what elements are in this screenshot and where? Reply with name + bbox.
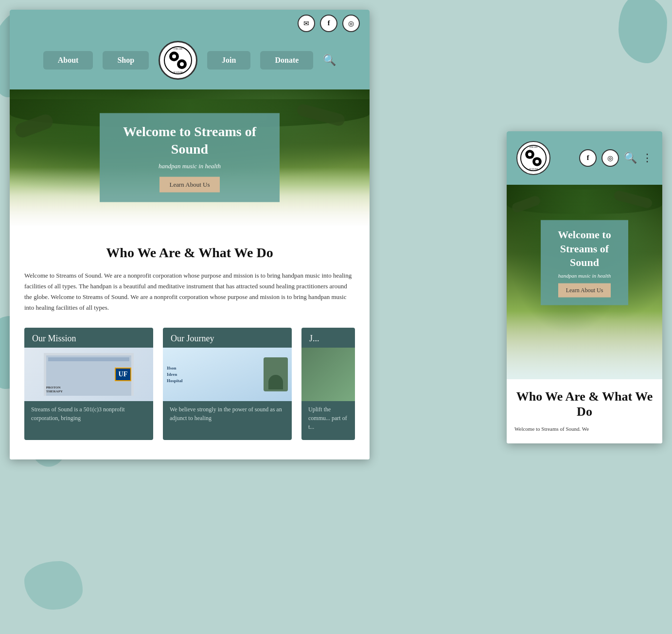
facebook-icon[interactable]: f <box>320 15 337 32</box>
hero-subtitle: handpan music in health <box>114 162 265 170</box>
svg-point-10 <box>528 153 531 156</box>
learn-about-us-button[interactable]: Learn About Us <box>159 176 219 192</box>
shop-button[interactable]: Shop <box>103 51 149 70</box>
svg-text:STREAMS: STREAMS <box>174 48 182 50</box>
desktop-hero: Welcome to Streams of Sound handpan musi… <box>10 89 370 226</box>
mobile-nav-icons: f ◎ 🔍 ⋮ <box>579 149 653 167</box>
third-card: J... Uplift the commu... part of t... <box>301 328 355 440</box>
mobile-who-we-are-body: Welcome to Streams of Sound. We <box>514 425 654 434</box>
journey-card-image: IfsonIdrenHospital <box>163 348 292 401</box>
join-button[interactable]: Join <box>207 51 250 70</box>
logo-svg: STREAMS OF SOUND <box>163 46 193 75</box>
journey-card-text: We believe strongly in the power of soun… <box>163 401 292 426</box>
mobile-hero: Welcome to Streams of Sound handpan musi… <box>507 185 662 379</box>
email-icon[interactable]: ✉ <box>298 15 315 32</box>
svg-text:OF SOUND: OF SOUND <box>173 71 183 73</box>
desktop-nav-icons-row: ✉ f ◎ <box>10 10 370 35</box>
hero-overlay: Welcome to Streams of Sound handpan musi… <box>100 113 280 202</box>
mobile-search-icon[interactable]: 🔍 <box>624 152 637 164</box>
compass-icon[interactable]: ◎ <box>342 15 360 32</box>
who-we-are-heading: Who We Are & What We Do <box>24 245 355 261</box>
mobile-hero-overlay: Welcome to Streams of Sound handpan musi… <box>541 220 628 305</box>
mobile-navigation: STREAMS OF SOUND f ◎ 🔍 ⋮ <box>507 131 662 185</box>
svg-text:STREAMS: STREAMS <box>529 146 537 148</box>
svg-point-4 <box>180 62 184 66</box>
decorative-blob-bot-left <box>24 561 83 610</box>
site-logo-desktop: STREAMS OF SOUND <box>159 41 197 80</box>
mobile-facebook-icon[interactable]: f <box>579 149 597 167</box>
third-card-text: Uplift the commu... part of t... <box>301 401 355 435</box>
desktop-nav-links-row: About Shop STREAMS OF SOUND Join Donate … <box>10 35 370 89</box>
svg-point-3 <box>172 54 176 58</box>
svg-point-0 <box>164 47 192 74</box>
mobile-view: STREAMS OF SOUND f ◎ 🔍 ⋮ Welcome to Stre… <box>507 131 662 443</box>
who-we-are-body: Welcome to Streams of Sound. We are a no… <box>24 270 355 313</box>
mobile-logo: STREAMS OF SOUND <box>516 141 550 175</box>
mission-card-text: Streams of Sound is a 501(c)3 nonprofit … <box>24 401 153 426</box>
journey-card: Our Journey IfsonIdrenHospital We believ… <box>163 328 292 440</box>
mobile-logo-svg: STREAMS OF SOUND <box>520 144 547 172</box>
third-card-title: J... <box>301 328 355 348</box>
mobile-hero-waterfall <box>507 311 662 379</box>
svg-text:OF SOUND: OF SOUND <box>529 168 538 170</box>
svg-point-11 <box>535 160 539 163</box>
mission-card: Our Mission UF PROTONTHERAPY Streams of … <box>24 328 153 440</box>
search-button-desktop[interactable]: 🔍 <box>323 54 336 67</box>
journey-card-title: Our Journey <box>163 328 292 348</box>
mobile-compass-icon[interactable]: ◎ <box>601 149 619 167</box>
mobile-hero-title: Welcome to Streams of Sound <box>551 228 618 270</box>
mobile-main-content: Who We Are & What We Do Welcome to Strea… <box>507 379 662 443</box>
svg-point-7 <box>521 145 546 171</box>
decorative-blob-top-right <box>619 0 667 63</box>
about-button[interactable]: About <box>43 51 93 70</box>
donate-button[interactable]: Donate <box>260 51 313 70</box>
desktop-main-content: Who We Are & What We Do Welcome to Strea… <box>10 226 370 459</box>
mission-card-image: UF PROTONTHERAPY <box>24 348 153 401</box>
cards-row: Our Mission UF PROTONTHERAPY Streams of … <box>24 328 355 440</box>
desktop-navigation: ✉ f ◎ About Shop STREAMS OF SOUND Join D… <box>10 10 370 89</box>
third-card-image <box>301 348 355 401</box>
hero-title: Welcome to Streams of Sound <box>114 123 265 158</box>
desktop-view: ✉ f ◎ About Shop STREAMS OF SOUND Join D… <box>10 10 370 459</box>
mobile-hero-subtitle: handpan music in health <box>551 272 618 278</box>
mobile-menu-icon[interactable]: ⋮ <box>642 152 653 164</box>
mobile-who-we-are-heading: Who We Are & What We Do <box>514 389 654 419</box>
mobile-learn-about-us-button[interactable]: Learn About Us <box>558 283 611 297</box>
mission-card-title: Our Mission <box>24 328 153 348</box>
